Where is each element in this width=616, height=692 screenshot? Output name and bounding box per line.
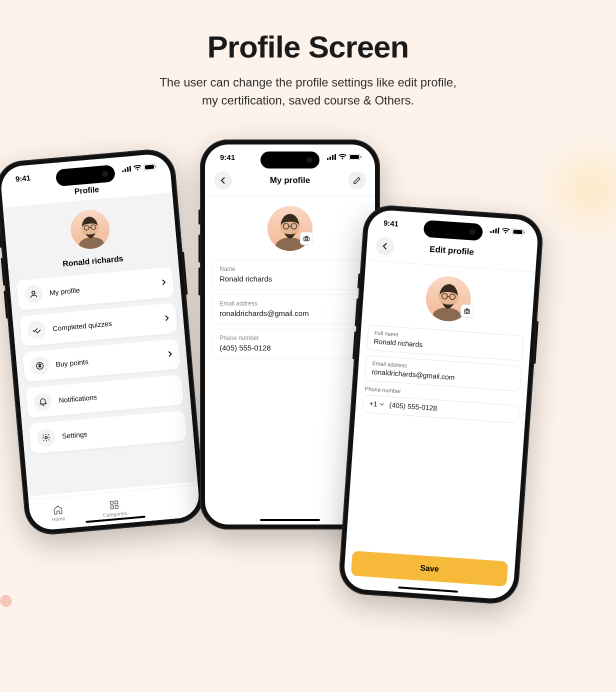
status-icons bbox=[122, 164, 158, 172]
menu-buy-points[interactable]: Buy points bbox=[22, 338, 180, 382]
svg-rect-6 bbox=[156, 166, 156, 168]
svg-rect-16 bbox=[114, 500, 118, 504]
bell-icon bbox=[33, 392, 52, 412]
gear-icon bbox=[36, 428, 56, 448]
battery-icon bbox=[349, 154, 362, 160]
check-all-icon bbox=[27, 320, 46, 340]
svg-rect-38 bbox=[513, 230, 522, 234]
svg-point-14 bbox=[45, 436, 48, 439]
svg-rect-33 bbox=[490, 231, 492, 233]
status-time: 9:41 bbox=[384, 218, 399, 228]
svg-rect-20 bbox=[330, 156, 331, 160]
svg-rect-0 bbox=[122, 170, 124, 172]
wifi-icon bbox=[338, 154, 346, 160]
back-button[interactable] bbox=[214, 172, 232, 190]
person-icon bbox=[24, 284, 44, 304]
phone-edit-profile: 9:41 Edit profile Full name Ronald richa… bbox=[338, 204, 544, 605]
field-label: Phone number bbox=[220, 334, 360, 342]
pencil-icon bbox=[353, 176, 361, 184]
signal-icon bbox=[327, 154, 336, 160]
chevron-right-icon bbox=[162, 278, 166, 288]
notch bbox=[260, 152, 320, 168]
svg-rect-5 bbox=[145, 164, 154, 170]
chevron-down-icon bbox=[380, 402, 384, 406]
svg-rect-1 bbox=[124, 168, 126, 172]
camera-icon bbox=[464, 308, 471, 315]
menu-label: My profile bbox=[49, 280, 156, 296]
svg-rect-17 bbox=[110, 506, 114, 508]
menu-notifications[interactable]: Notifications bbox=[26, 374, 184, 418]
status-time: 9:41 bbox=[15, 173, 30, 183]
field-name: Name Ronald richards bbox=[212, 260, 368, 290]
country-code-value: +1 bbox=[369, 400, 378, 408]
svg-rect-35 bbox=[495, 228, 497, 234]
svg-rect-2 bbox=[127, 167, 129, 172]
phone-profile-list: 9:41 Profile Ronald richards My profile bbox=[0, 148, 206, 537]
svg-point-40 bbox=[432, 306, 462, 322]
svg-point-7 bbox=[78, 236, 104, 250]
tab-label: Categories bbox=[102, 510, 127, 518]
avatar[interactable] bbox=[69, 208, 112, 251]
status-icons bbox=[327, 154, 362, 160]
svg-rect-19 bbox=[327, 158, 328, 160]
battery-icon bbox=[512, 228, 526, 236]
wifi-icon bbox=[133, 164, 142, 171]
back-button[interactable] bbox=[376, 236, 394, 256]
tab-home[interactable]: Home bbox=[28, 495, 88, 532]
field-phone: Phone number (405) 555-0128 bbox=[212, 329, 368, 358]
menu-completed-quizzes[interactable]: Completed quizzes bbox=[20, 303, 178, 346]
field-value: Ronald richards bbox=[220, 274, 360, 283]
menu-label: Notifications bbox=[58, 386, 176, 404]
home-indicator[interactable] bbox=[260, 519, 320, 521]
menu-label: Buy points bbox=[56, 351, 162, 368]
field-value: ronaldrichards@gmail.com bbox=[220, 309, 360, 318]
svg-rect-21 bbox=[332, 155, 334, 160]
chevron-right-icon bbox=[168, 350, 173, 360]
svg-rect-22 bbox=[334, 154, 336, 160]
field-email: Email address ronaldrichards@gmail.com bbox=[212, 294, 368, 324]
svg-rect-18 bbox=[115, 505, 118, 508]
chevron-right-icon bbox=[165, 314, 170, 324]
svg-rect-39 bbox=[524, 232, 524, 234]
signal-icon bbox=[490, 227, 500, 234]
wifi-icon bbox=[502, 228, 510, 234]
field-label: Email address bbox=[220, 300, 360, 307]
page-subtitle: The user can change the profile settings… bbox=[0, 74, 616, 110]
status-icons bbox=[490, 227, 526, 236]
camera-icon bbox=[303, 235, 310, 242]
svg-rect-36 bbox=[498, 228, 500, 234]
home-icon bbox=[52, 504, 64, 515]
menu-label: Settings bbox=[62, 422, 179, 440]
battery-icon bbox=[144, 164, 157, 170]
country-code-selector[interactable]: +1 bbox=[369, 400, 384, 408]
email-field[interactable]: Email address ronaldrichards@gmail.com bbox=[364, 355, 522, 392]
fullname-field[interactable]: Full name Ronald richards bbox=[366, 324, 524, 361]
field-label: Name bbox=[220, 266, 360, 272]
grid-icon bbox=[109, 499, 120, 510]
screen-title: Edit profile bbox=[394, 242, 510, 260]
camera-button[interactable] bbox=[460, 304, 474, 318]
home-indicator[interactable] bbox=[398, 586, 458, 592]
coin-icon bbox=[30, 356, 50, 376]
screen-title: My profile bbox=[232, 176, 348, 186]
svg-rect-15 bbox=[110, 501, 113, 504]
status-time: 9:41 bbox=[220, 153, 235, 162]
menu-label: Completed quizzes bbox=[52, 316, 159, 332]
camera-button[interactable] bbox=[300, 232, 313, 245]
svg-point-32 bbox=[306, 238, 308, 240]
save-button[interactable]: Save bbox=[351, 550, 508, 586]
menu-settings[interactable]: Settings bbox=[29, 410, 187, 454]
svg-point-12 bbox=[32, 291, 36, 294]
svg-rect-24 bbox=[350, 155, 359, 159]
input-value: (405) 555-0128 bbox=[389, 401, 438, 412]
tab-label: Home bbox=[52, 516, 66, 522]
subtitle-line1: The user can change the profile settings… bbox=[160, 76, 456, 89]
svg-rect-34 bbox=[492, 230, 494, 233]
svg-point-46 bbox=[466, 310, 468, 312]
svg-rect-25 bbox=[360, 156, 362, 158]
edit-button[interactable] bbox=[348, 172, 366, 190]
signal-icon bbox=[122, 166, 132, 172]
page-title: Profile Screen bbox=[0, 0, 616, 64]
field-value: (405) 555-0128 bbox=[220, 344, 360, 352]
svg-rect-3 bbox=[130, 166, 132, 172]
